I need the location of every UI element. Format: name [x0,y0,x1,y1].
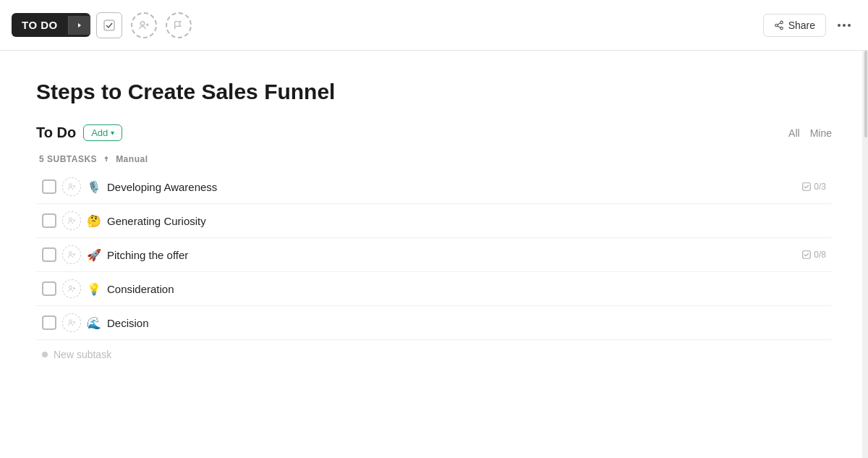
svg-point-6 [775,24,778,27]
toolbar-right: Share [763,14,856,37]
task-list: 🎙️Developing Awareness0/3🤔Generating Cur… [36,170,832,340]
task-subtask-count: 0/3 [801,182,826,192]
section-label: To Do [36,124,76,141]
task-avatar[interactable] [62,245,81,264]
task-emoji: 💡 [87,282,101,296]
sort-label-text: Manual [116,154,148,164]
svg-point-11 [69,184,72,187]
task-name: Decision [107,317,810,329]
check-button[interactable] [96,12,122,38]
svg-point-37 [69,320,72,323]
dot3 [848,24,851,27]
task-checkbox[interactable] [42,213,56,228]
dot1 [838,24,841,27]
toolbar: TO DO [0,0,868,51]
task-emoji: 🎙️ [87,180,101,194]
task-row[interactable]: 🤔Generating Curiosity [36,204,832,238]
todo-button-label: TO DO [12,13,68,37]
task-name: Developing Awareness [107,181,780,193]
svg-rect-1 [104,20,114,30]
add-label: Add [91,127,108,138]
task-checkbox[interactable] [42,315,56,330]
task-name: Pitching the offer [107,249,780,261]
task-checkbox[interactable] [42,281,56,296]
task-emoji: 🌊 [87,316,101,330]
page-title: Steps to Create Sales Funnel [36,80,832,104]
add-person-icon [138,20,150,31]
svg-point-5 [780,21,783,24]
task-name: Generating Curiosity [107,215,810,227]
share-icon [774,20,784,30]
task-avatar[interactable] [62,279,81,298]
todo-button-arrow[interactable] [68,16,90,35]
add-button[interactable]: Add ▾ [83,124,122,141]
task-row[interactable]: 🌊Decision [36,306,832,340]
task-checkbox[interactable] [42,247,56,262]
todo-button[interactable]: TO DO [12,13,90,37]
scrollbar-track[interactable] [862,51,868,458]
person-add-icon [67,284,76,293]
avatar-group [131,12,157,38]
svg-point-18 [69,218,72,221]
task-avatar[interactable] [62,177,81,196]
scrollbar-thumb[interactable] [864,51,867,137]
task-avatar[interactable] [62,211,81,230]
main-content: Steps to Create Sales Funnel To Do Add ▾… [0,51,868,383]
add-member-button[interactable] [131,12,157,38]
svg-line-8 [778,25,780,27]
task-row[interactable]: 💡Consideration [36,272,832,306]
subtask-check-icon [801,182,812,192]
task-emoji: 🤔 [87,214,101,228]
subtasks-header: 5 SUBTASKS Manual [36,154,832,164]
person-add-icon [67,318,76,327]
svg-point-7 [780,27,783,30]
sort-button[interactable]: Manual [104,154,148,164]
flag-icon [173,20,184,31]
share-button[interactable]: Share [763,14,826,37]
svg-point-31 [69,286,72,289]
svg-marker-0 [78,23,81,27]
task-checkbox[interactable] [42,179,56,194]
new-subtask-dot [42,352,48,357]
person-add-icon [67,182,76,191]
filter-group: All Mine [788,127,832,139]
person-add-icon [67,250,76,259]
checkmark-icon [103,20,115,31]
section-header: To Do Add ▾ All Mine [36,124,832,141]
sort-icon [104,155,113,164]
person-add-icon [67,216,76,225]
svg-line-9 [778,22,780,24]
share-label: Share [788,20,815,31]
dot2 [843,24,846,27]
task-avatar[interactable] [62,313,81,332]
svg-point-2 [140,21,144,25]
task-row[interactable]: 🎙️Developing Awareness0/3 [36,170,832,204]
task-name: Consideration [107,283,810,295]
filter-mine[interactable]: Mine [810,127,832,139]
task-row[interactable]: 🚀Pitching the offer0/8 [36,238,832,272]
new-subtask-label: New subtask [54,349,111,360]
task-emoji: 🚀 [87,248,101,262]
task-subtask-count: 0/8 [801,250,826,260]
more-button[interactable] [832,21,856,30]
new-subtask-row[interactable]: New subtask [36,340,832,369]
flag-button[interactable] [166,12,192,38]
filter-all[interactable]: All [788,127,800,139]
chevron-right-icon [76,22,83,29]
svg-point-24 [69,252,72,255]
add-chevron-icon: ▾ [111,129,114,137]
subtask-check-icon [801,250,812,260]
subtasks-count: 5 SUBTASKS [39,154,97,164]
